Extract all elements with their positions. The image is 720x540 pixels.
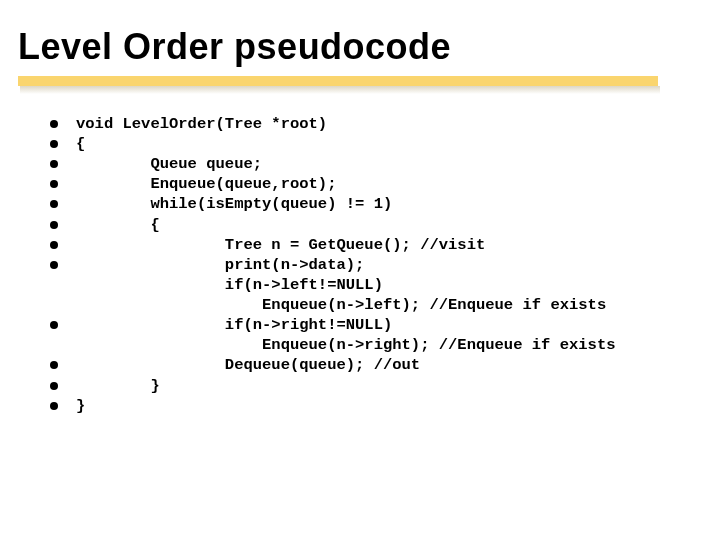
bullet-icon (50, 221, 58, 229)
code-line: } (50, 376, 702, 396)
title-divider (18, 70, 702, 106)
bullet-icon (50, 382, 58, 390)
code-line: Enqueue(n->left); //Enqueue if exists (50, 295, 702, 315)
code-text: void LevelOrder(Tree *root) (76, 114, 327, 134)
slide: Level Order pseudocode void LevelOrder(T… (0, 0, 720, 540)
bullet-icon (50, 402, 58, 410)
code-text: Enqueue(n->left); //Enqueue if exists (76, 295, 606, 315)
code-line: Tree n = GetQueue(); //visit (50, 235, 702, 255)
bullet-icon (50, 140, 58, 148)
code-line: { (50, 215, 702, 235)
code-text: if(n->right!=NULL) (76, 315, 392, 335)
bullet-icon (50, 241, 58, 249)
code-line: void LevelOrder(Tree *root) (50, 114, 702, 134)
code-text: Enqueue(queue,root); (76, 174, 336, 194)
bullet-icon (50, 160, 58, 168)
bullet-icon (50, 120, 58, 128)
code-line: Queue queue; (50, 154, 702, 174)
code-text: { (76, 134, 85, 154)
bullet-icon (50, 261, 58, 269)
divider-stripe (18, 76, 658, 86)
code-text: Enqueue(n->right); //Enqueue if exists (76, 335, 616, 355)
code-line: while(isEmpty(queue) != 1) (50, 194, 702, 214)
code-text: if(n->left!=NULL) (76, 275, 383, 295)
code-line: Dequeue(queue); //out (50, 355, 702, 375)
code-block: void LevelOrder(Tree *root){ Queue queue… (50, 114, 702, 416)
bullet-icon (50, 321, 58, 329)
code-line: Enqueue(queue,root); (50, 174, 702, 194)
code-text: } (76, 396, 85, 416)
code-line: print(n->data); (50, 255, 702, 275)
slide-title: Level Order pseudocode (18, 28, 702, 66)
code-text: while(isEmpty(queue) != 1) (76, 194, 392, 214)
code-line: Enqueue(n->right); //Enqueue if exists (50, 335, 702, 355)
code-text: Queue queue; (76, 154, 262, 174)
code-line: if(n->left!=NULL) (50, 275, 702, 295)
code-text: Tree n = GetQueue(); //visit (76, 235, 485, 255)
code-line: if(n->right!=NULL) (50, 315, 702, 335)
code-line: } (50, 396, 702, 416)
divider-shadow (20, 86, 660, 94)
code-text: print(n->data); (76, 255, 364, 275)
code-text: } (76, 376, 160, 396)
code-text: Dequeue(queue); //out (76, 355, 420, 375)
bullet-icon (50, 361, 58, 369)
code-line: { (50, 134, 702, 154)
bullet-icon (50, 180, 58, 188)
code-text: { (76, 215, 160, 235)
bullet-icon (50, 200, 58, 208)
